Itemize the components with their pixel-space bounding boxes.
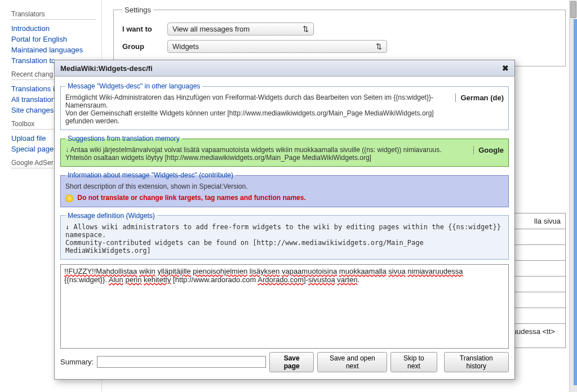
other-languages-box: Message "Widgets-desc" in other language… xyxy=(60,82,509,130)
tm-legend: Suggestions from translation memory xyxy=(65,135,182,142)
def-line: ↓ Allows wiki administrators to add free… xyxy=(65,223,504,239)
info-line: Short description of this extension, sho… xyxy=(65,182,504,190)
scroll-track-highlight xyxy=(574,19,577,385)
sidebar-heading-translators: Translators xyxy=(11,10,96,20)
translation-memory-box: Suggestions from translation memory Goog… xyxy=(60,135,509,167)
warning-text: Do not translate or change link targets,… xyxy=(77,194,305,202)
history-button[interactable]: Translation history xyxy=(444,352,509,372)
tm-suggestion[interactable]: ↓ Antaa wiki järjestelmänvalvojat voivat… xyxy=(65,146,464,154)
other-languages-legend: Message "Widgets-desc" in other language… xyxy=(65,82,202,90)
sidebar-link[interactable]: Introduction xyxy=(11,23,96,34)
tm-source-tag: Google xyxy=(473,146,504,154)
group-select[interactable]: Widgets ⇅ xyxy=(167,40,387,53)
other-lang-line: Von der Gemeinschaft erstellte Widgets k… xyxy=(65,109,447,125)
sidebar-link[interactable]: Maintained languages xyxy=(11,44,96,55)
info-legend: Information about message "Widgets-desc"… xyxy=(65,171,236,179)
save-next-button[interactable]: Save and open next xyxy=(317,352,387,372)
iwantto-select[interactable]: View all messages from ⇅ xyxy=(167,23,314,35)
settings-fieldset: Settings I want to View all messages fro… xyxy=(113,6,566,66)
updown-icon: ⇅ xyxy=(376,42,382,51)
def-line: Community-contributed widgets can be fou… xyxy=(65,239,504,255)
skip-button[interactable]: Skip to next xyxy=(390,352,437,372)
message-definition-box: Message definition (Widgets) ↓ Allows wi… xyxy=(60,212,509,260)
group-label: Group xyxy=(122,42,167,51)
dialog-footer: Summary: Save page Save and open next Sk… xyxy=(60,349,509,373)
settings-legend: Settings xyxy=(122,6,153,14)
message-info-box: Information about message "Widgets-desc"… xyxy=(60,171,509,207)
other-lang-line: Ermöglicht Wiki-Administratoren das Hinz… xyxy=(65,93,447,109)
save-button[interactable]: Save page xyxy=(269,352,314,372)
tm-suggestion: Yhteisön osaltaan widgets löytyy [http:/… xyxy=(65,154,464,162)
summary-input[interactable] xyxy=(97,356,266,368)
sidebar-link[interactable]: Portal for English xyxy=(11,34,96,44)
def-legend: Message definition (Widgets) xyxy=(65,212,157,220)
translation-textarea[interactable]: !!FUZZY!!Mahdollistaa wikin ylläpitäjill… xyxy=(60,264,509,349)
scroll-thumb[interactable] xyxy=(570,1,576,18)
lightbulb-icon xyxy=(65,194,73,202)
close-icon[interactable]: ✖ xyxy=(502,64,509,73)
updown-icon: ⇅ xyxy=(303,25,309,33)
scrollbar[interactable] xyxy=(569,0,577,392)
translation-dialog: MediaWiki:Widgets-desc/fi ✖ Message "Wid… xyxy=(54,60,515,380)
iwantto-label: I want to xyxy=(122,25,167,33)
summary-label: Summary: xyxy=(60,358,94,366)
language-tag: German (de) xyxy=(455,93,504,102)
dialog-titlebar[interactable]: MediaWiki:Widgets-desc/fi ✖ xyxy=(55,60,514,77)
dialog-title: MediaWiki:Widgets-desc/fi xyxy=(60,64,153,73)
